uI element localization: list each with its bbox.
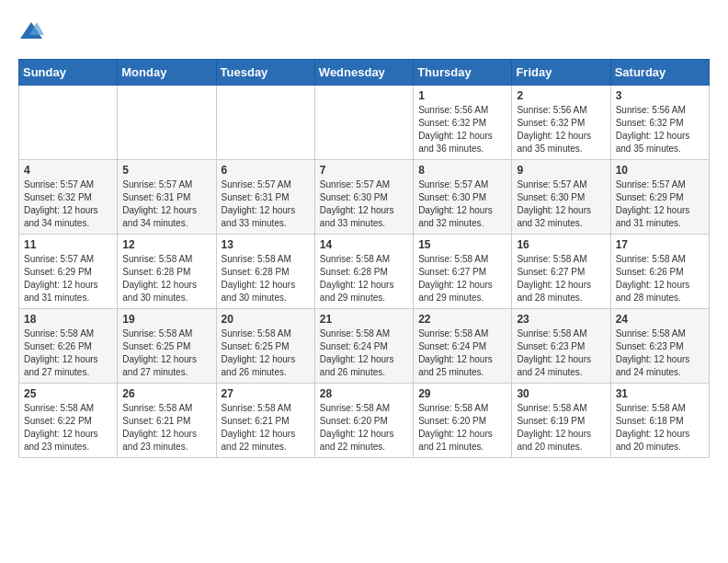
calendar-day-cell: 26Sunrise: 5:58 AM Sunset: 6:21 PM Dayli… <box>118 384 216 458</box>
calendar-day-cell <box>118 86 216 160</box>
day-info: Sunrise: 5:58 AM Sunset: 6:26 PM Dayligh… <box>24 327 112 379</box>
calendar-week-row: 18Sunrise: 5:58 AM Sunset: 6:26 PM Dayli… <box>19 309 710 384</box>
calendar-day-cell: 2Sunrise: 5:56 AM Sunset: 6:32 PM Daylig… <box>512 86 610 160</box>
day-info: Sunrise: 5:58 AM Sunset: 6:20 PM Dayligh… <box>418 402 506 454</box>
day-info: Sunrise: 5:58 AM Sunset: 6:24 PM Dayligh… <box>418 327 506 379</box>
day-number: 12 <box>122 238 210 251</box>
day-number: 15 <box>418 238 506 251</box>
calendar-day-cell: 12Sunrise: 5:58 AM Sunset: 6:28 PM Dayli… <box>118 235 216 309</box>
day-info: Sunrise: 5:56 AM Sunset: 6:32 PM Dayligh… <box>517 104 605 155</box>
day-info: Sunrise: 5:58 AM Sunset: 6:23 PM Dayligh… <box>517 327 605 379</box>
calendar-day-cell: 19Sunrise: 5:58 AM Sunset: 6:25 PM Dayli… <box>118 309 216 384</box>
calendar-day-cell: 22Sunrise: 5:58 AM Sunset: 6:24 PM Dayli… <box>414 309 512 384</box>
page: SundayMondayTuesdayWednesdayThursdayFrid… <box>0 0 728 477</box>
day-info: Sunrise: 5:57 AM Sunset: 6:29 PM Dayligh… <box>616 178 704 230</box>
day-number: 30 <box>517 387 605 400</box>
day-number: 28 <box>320 387 408 400</box>
calendar-day-cell: 17Sunrise: 5:58 AM Sunset: 6:26 PM Dayli… <box>610 235 709 309</box>
day-info: Sunrise: 5:56 AM Sunset: 6:32 PM Dayligh… <box>418 104 506 155</box>
weekday-header: Monday <box>118 60 216 86</box>
weekday-header: Sunday <box>19 60 118 86</box>
day-number: 4 <box>24 164 112 177</box>
calendar-day-cell: 6Sunrise: 5:57 AM Sunset: 6:31 PM Daylig… <box>216 160 314 235</box>
day-info: Sunrise: 5:58 AM Sunset: 6:20 PM Dayligh… <box>320 402 408 454</box>
calendar-day-cell: 27Sunrise: 5:58 AM Sunset: 6:21 PM Dayli… <box>216 384 314 458</box>
day-number: 20 <box>222 313 310 326</box>
day-number: 7 <box>320 164 408 177</box>
header <box>18 18 710 44</box>
calendar-day-cell: 9Sunrise: 5:57 AM Sunset: 6:30 PM Daylig… <box>512 160 610 235</box>
calendar-day-cell: 20Sunrise: 5:58 AM Sunset: 6:25 PM Dayli… <box>216 309 314 384</box>
day-number: 17 <box>616 238 704 251</box>
day-info: Sunrise: 5:58 AM Sunset: 6:28 PM Dayligh… <box>222 253 310 304</box>
weekday-header: Thursday <box>414 60 512 86</box>
day-info: Sunrise: 5:58 AM Sunset: 6:25 PM Dayligh… <box>222 327 310 379</box>
calendar-day-cell: 30Sunrise: 5:58 AM Sunset: 6:19 PM Dayli… <box>512 384 610 458</box>
calendar-day-cell: 13Sunrise: 5:58 AM Sunset: 6:28 PM Dayli… <box>216 235 314 309</box>
day-info: Sunrise: 5:57 AM Sunset: 6:30 PM Dayligh… <box>517 178 605 230</box>
day-number: 22 <box>418 313 506 326</box>
calendar-day-cell <box>216 86 314 160</box>
day-info: Sunrise: 5:58 AM Sunset: 6:22 PM Dayligh… <box>24 402 112 454</box>
calendar-day-cell <box>19 86 118 160</box>
calendar-day-cell: 23Sunrise: 5:58 AM Sunset: 6:23 PM Dayli… <box>512 309 610 384</box>
day-info: Sunrise: 5:58 AM Sunset: 6:28 PM Dayligh… <box>320 253 408 304</box>
day-number: 13 <box>222 238 310 251</box>
day-info: Sunrise: 5:58 AM Sunset: 6:21 PM Dayligh… <box>122 402 210 454</box>
day-info: Sunrise: 5:58 AM Sunset: 6:24 PM Dayligh… <box>320 327 408 379</box>
calendar-week-row: 4Sunrise: 5:57 AM Sunset: 6:32 PM Daylig… <box>19 160 710 235</box>
calendar-day-cell: 14Sunrise: 5:58 AM Sunset: 6:28 PM Dayli… <box>314 235 413 309</box>
day-number: 1 <box>418 89 506 102</box>
day-number: 9 <box>517 164 605 177</box>
day-number: 6 <box>222 164 310 177</box>
calendar-day-cell: 21Sunrise: 5:58 AM Sunset: 6:24 PM Dayli… <box>314 309 413 384</box>
calendar-day-cell: 11Sunrise: 5:57 AM Sunset: 6:29 PM Dayli… <box>19 235 118 309</box>
day-number: 21 <box>320 313 408 326</box>
calendar-day-cell: 3Sunrise: 5:56 AM Sunset: 6:32 PM Daylig… <box>610 86 709 160</box>
day-info: Sunrise: 5:58 AM Sunset: 6:26 PM Dayligh… <box>616 253 704 304</box>
logo <box>18 18 48 44</box>
day-info: Sunrise: 5:57 AM Sunset: 6:29 PM Dayligh… <box>24 253 112 304</box>
day-info: Sunrise: 5:57 AM Sunset: 6:31 PM Dayligh… <box>122 178 210 230</box>
calendar-day-cell: 24Sunrise: 5:58 AM Sunset: 6:23 PM Dayli… <box>610 309 709 384</box>
day-number: 16 <box>517 238 605 251</box>
weekday-header: Tuesday <box>216 60 314 86</box>
calendar-day-cell: 16Sunrise: 5:58 AM Sunset: 6:27 PM Dayli… <box>512 235 610 309</box>
calendar-day-cell: 31Sunrise: 5:58 AM Sunset: 6:18 PM Dayli… <box>610 384 709 458</box>
weekday-header: Wednesday <box>314 60 413 86</box>
day-number: 8 <box>418 164 506 177</box>
calendar-day-cell: 4Sunrise: 5:57 AM Sunset: 6:32 PM Daylig… <box>19 160 118 235</box>
day-info: Sunrise: 5:58 AM Sunset: 6:27 PM Dayligh… <box>418 253 506 304</box>
day-number: 5 <box>122 164 210 177</box>
day-info: Sunrise: 5:56 AM Sunset: 6:32 PM Dayligh… <box>616 104 704 155</box>
calendar-day-cell: 29Sunrise: 5:58 AM Sunset: 6:20 PM Dayli… <box>414 384 512 458</box>
day-number: 3 <box>616 89 704 102</box>
day-info: Sunrise: 5:58 AM Sunset: 6:19 PM Dayligh… <box>517 402 605 454</box>
day-number: 10 <box>616 164 704 177</box>
calendar-table: SundayMondayTuesdayWednesdayThursdayFrid… <box>18 59 710 458</box>
day-info: Sunrise: 5:57 AM Sunset: 6:30 PM Dayligh… <box>320 178 408 230</box>
weekday-header: Friday <box>512 60 610 86</box>
calendar-day-cell: 8Sunrise: 5:57 AM Sunset: 6:30 PM Daylig… <box>414 160 512 235</box>
calendar-week-row: 1Sunrise: 5:56 AM Sunset: 6:32 PM Daylig… <box>19 86 710 160</box>
day-number: 26 <box>122 387 210 400</box>
day-number: 29 <box>418 387 506 400</box>
day-number: 24 <box>616 313 704 326</box>
day-number: 19 <box>122 313 210 326</box>
day-info: Sunrise: 5:58 AM Sunset: 6:27 PM Dayligh… <box>517 253 605 304</box>
day-info: Sunrise: 5:57 AM Sunset: 6:32 PM Dayligh… <box>24 178 112 230</box>
calendar-day-cell <box>314 86 413 160</box>
day-number: 18 <box>24 313 112 326</box>
day-number: 23 <box>517 313 605 326</box>
day-number: 25 <box>24 387 112 400</box>
day-number: 11 <box>24 238 112 251</box>
calendar-day-cell: 10Sunrise: 5:57 AM Sunset: 6:29 PM Dayli… <box>610 160 709 235</box>
calendar-week-row: 25Sunrise: 5:58 AM Sunset: 6:22 PM Dayli… <box>19 384 710 458</box>
day-number: 2 <box>517 89 605 102</box>
calendar-day-cell: 25Sunrise: 5:58 AM Sunset: 6:22 PM Dayli… <box>19 384 118 458</box>
day-number: 31 <box>616 387 704 400</box>
calendar-day-cell: 28Sunrise: 5:58 AM Sunset: 6:20 PM Dayli… <box>314 384 413 458</box>
calendar-week-row: 11Sunrise: 5:57 AM Sunset: 6:29 PM Dayli… <box>19 235 710 309</box>
logo-icon <box>18 18 44 44</box>
day-number: 27 <box>222 387 310 400</box>
